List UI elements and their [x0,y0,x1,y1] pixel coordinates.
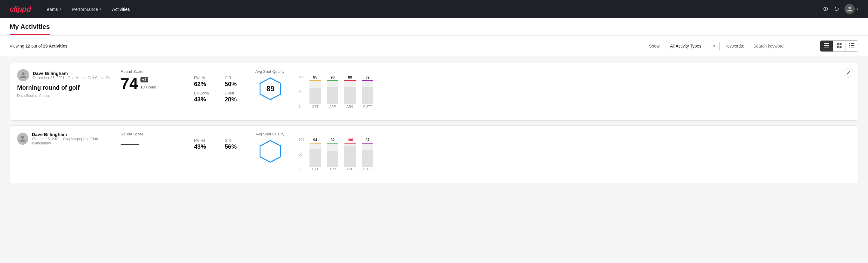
user-date: December 05, 2021 - Gog Magog Golf Club … [33,76,111,80]
stat-fw-hit: FW Hit 43% [194,139,217,150]
bar-xlabel-arg-2: ARG [346,167,354,171]
bar-xlabel-ott: OTT [312,105,318,108]
chart-y-0-2: 0 [299,167,304,171]
teams-chevron-icon: ▾ [60,7,61,11]
round-score-row [121,138,187,148]
svg-rect-7 [849,43,850,44]
svg-rect-10 [851,45,855,46]
bar-label-app-2: 82 [331,138,335,142]
bar-group-app-2: 82 APP [327,138,338,171]
bar-label-putt-value: 89 [365,75,369,80]
nav-links: Teams ▾ Performance ▾ Activities [40,4,813,14]
score-badge: +4 [141,77,148,83]
bar-chart: 100 50 0 94 OTT 82 [299,132,851,177]
score-holes: 18 Holes [141,85,156,89]
keywords-label: Keywords: [724,43,744,49]
activity-card: Dave Billingham October 16, 2021 - Gog M… [10,125,858,183]
round-score-row: 74 +4 18 Holes [121,76,187,91]
bar-xlabel-arg: ARG [346,105,354,108]
chart-y-50-2: 50 [299,152,304,156]
bar-label-arg-value: 89 [348,75,352,80]
user-chevron-icon: ▾ [857,7,858,11]
svg-rect-12 [851,47,855,48]
bar-label-ott-2: 94 [313,138,317,142]
hexagon [258,139,282,164]
view-toggle-list-detail[interactable] [845,40,858,52]
user-info: Dave Billingham October 16, 2021 - Gog M… [32,132,114,145]
bar-group-putt-2: 87 PUTT [362,138,373,171]
svg-rect-2 [824,47,829,48]
bar-top-putt-2 [362,143,373,144]
bar-top-arg [344,80,356,81]
data-source: Data Source: Arccos [17,94,114,98]
show-label: Show: [649,43,661,49]
bar-group-arg-2: 106 ARG [344,138,356,171]
nav-item-teams[interactable]: Teams ▾ [40,4,66,14]
bar-group-arg: 89 ARG [344,75,356,108]
svg-rect-0 [824,43,829,44]
bar-top-app [327,80,338,81]
view-toggle-group [820,40,858,52]
bar-group-ott: 85 OTT [309,75,321,108]
avg-shot-quality: Avg Shot Quality 89 [255,69,291,101]
logo[interactable]: clippd [10,4,31,14]
nav-item-performance[interactable]: Performance ▾ [68,4,105,14]
edit-button[interactable] [844,68,853,78]
activity-card: Dave Billingham December 05, 2021 - Gog … [10,63,858,121]
round-score-section: Round Score [121,132,187,149]
svg-rect-8 [851,43,855,44]
svg-rect-9 [849,45,850,46]
filter-bar: Viewing 12 out of 29 Activities Show: Al… [0,35,868,57]
user-info: Dave Billingham December 05, 2021 - Gog … [33,71,111,80]
user-menu-button[interactable]: ▾ [844,4,858,14]
nav-item-activities[interactable]: Activities [108,4,134,14]
bar-top-ott [309,80,321,81]
activities-content: Dave Billingham December 05, 2021 - Gog … [0,63,868,198]
bar-top-ott-2 [309,143,321,144]
round-score-label: Round Score [121,69,187,74]
user-name: Dave Billingham [32,132,114,137]
svg-marker-14 [260,141,281,162]
page-header: My Activities [0,18,868,35]
bar-xlabel-ott-2: OTT [312,167,318,171]
bar-label-putt-2: 87 [365,138,369,142]
search-input[interactable] [749,41,815,51]
chart-y-0: 0 [299,105,304,108]
avatar [844,4,855,14]
bar-top-arg-2 [344,143,356,144]
user-date: October 16, 2021 - Gog Magog Golf Club -… [32,137,114,145]
user-name: Dave Billingham [33,71,111,76]
hexagon: 89 [258,77,282,101]
quality-title: Avg Shot Quality [255,132,284,136]
plus-circle-icon[interactable]: ⊕ [823,5,828,13]
svg-rect-6 [840,46,842,48]
refresh-icon[interactable]: ↻ [834,5,839,13]
hexagon-wrap [255,139,285,164]
bar-group-ott-2: 94 OTT [309,138,321,171]
view-toggle-grid[interactable] [833,40,845,52]
bar-label-app-value: 90 [331,75,335,80]
avatar [17,69,29,81]
nav-right: ⊕ ↻ ▾ [823,4,858,14]
svg-rect-1 [824,45,829,46]
round-score-section: Round Score 74 +4 18 Holes [121,69,187,92]
bar-xlabel-app: APP [329,105,336,108]
activity-type-select[interactable]: All Activity Types ▾ [665,41,720,51]
secondary-stats: FW Hit 62% GIR 50% Up/Down 43% 1 Putt 28… [194,69,248,103]
chart-y-100-2: 100 [299,138,304,141]
svg-rect-3 [837,43,839,45]
svg-rect-11 [849,47,850,48]
bar-chart: 100 50 0 85 OTT [299,69,851,114]
card-left: Dave Billingham December 05, 2021 - Gog … [17,69,114,98]
bar-top-app-2 [327,143,338,144]
activity-type-chevron-icon: ▾ [713,43,715,49]
activity-title: Morning round of golf [17,84,114,91]
quality-title: Avg Shot Quality [255,69,284,74]
avatar [17,133,28,145]
bar-xlabel-putt: PUTT [363,105,372,108]
page-title: My Activities [10,23,50,35]
view-toggle-list-compact[interactable] [820,40,833,52]
round-score-label: Round Score [121,132,187,136]
svg-rect-5 [837,46,839,48]
stat-updown: Up/Down 43% [194,91,217,103]
